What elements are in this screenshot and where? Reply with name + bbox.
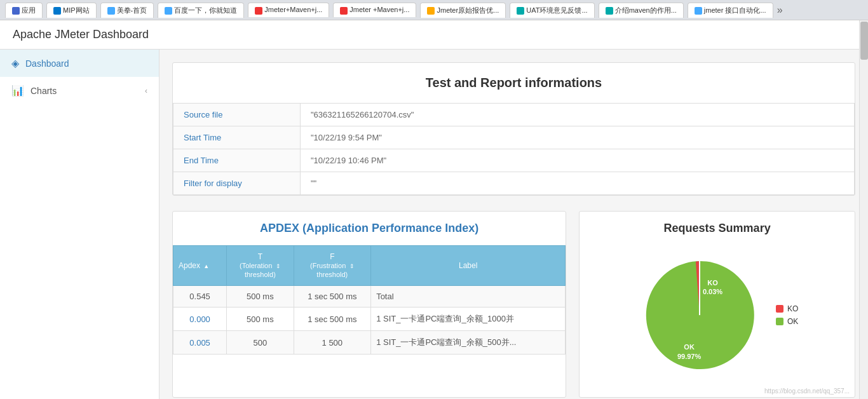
browser-more-tabs[interactable]: »: [777, 4, 783, 16]
apdex-col-apdex-label: Apdex: [179, 261, 202, 270]
apdex-row-1-f: 1 sec 500 ms: [294, 308, 371, 331]
main-layout: ◈ Dashboard 📊 Charts ‹ Test and Report i…: [0, 50, 868, 399]
apdex-row-total-apdex: 0.545: [173, 286, 227, 308]
browser-tab-baidu[interactable]: 百度一下，你就知道: [158, 3, 244, 18]
charts-chevron-icon: ‹: [145, 86, 147, 95]
ok-legend-dot: [776, 318, 783, 325]
browser-tab-jmeter3[interactable]: Jmeter原始报告优...: [420, 3, 506, 18]
report-info-table: Source file "636321165266120704.csv" Sta…: [173, 103, 855, 195]
ok-label: OK: [684, 343, 695, 351]
bottom-section: APDEX (Application Performance Index) Ap…: [172, 211, 855, 399]
ko-legend-dot: [776, 305, 783, 313]
app: Apache JMeter Dashboard ◈ Dashboard 📊 Ch…: [0, 20, 868, 399]
table-row: End Time "10/22/19 10:46 PM": [173, 149, 855, 172]
ko-pie-label: KO 0.03%: [703, 278, 722, 297]
content-area: Test and Report informations Source file…: [159, 50, 868, 399]
apdex-row-total-f: 1 sec 500 ms: [294, 286, 371, 308]
apdex-table: Apdex ▲ T(Toleration ⇕ threshold) F(Frus…: [173, 245, 566, 355]
apdex-row-total-t: 500 ms: [227, 286, 294, 308]
browser-bar: 应用 MIP网站 美拳-首页 百度一下，你就知道 Jmeter+Maven+j.…: [0, 0, 868, 20]
pie-chart: KO 0.03% OK 99.97%: [636, 252, 763, 379]
browser-tab-meiquan[interactable]: 美拳-首页: [100, 3, 154, 18]
ok-value: 99.97%: [677, 353, 701, 360]
apdex-sort-icon: ▲: [203, 263, 209, 269]
pie-legend: KO OK: [776, 304, 798, 326]
apdex-title: APDEX (Application Performance Index): [173, 212, 566, 245]
apdex-col-apdex[interactable]: Apdex ▲: [173, 246, 227, 286]
browser-tab-mip[interactable]: MIP网站: [46, 3, 97, 18]
ko-value: 0.03%: [703, 288, 722, 295]
watermark: https://blog.csdn.net/qq_357...: [580, 385, 855, 397]
browser-tab-jmeter-api[interactable]: jmeter 接口自动化...: [688, 3, 773, 18]
app-title: Apache JMeter Dashboard: [13, 28, 149, 41]
table-row: 0.545 500 ms 1 sec 500 ms Total: [173, 286, 566, 308]
ko-label: KO: [707, 279, 718, 287]
report-row-start-value: "10/22/19 9:54 PM": [301, 126, 855, 149]
browser-tab-app[interactable]: 应用: [5, 3, 43, 18]
t-sort-icon: ⇕: [276, 263, 281, 269]
apdex-row-1-t: 500 ms: [227, 308, 294, 331]
scroll-thumb[interactable]: [860, 22, 868, 60]
browser-tab-jmeter2[interactable]: Jmeter +Maven+j...: [333, 3, 416, 17]
sidebar-item-dashboard-label: Dashboard: [25, 58, 69, 69]
requests-summary-title: Requests Summary: [580, 212, 855, 245]
ok-legend-label: OK: [787, 317, 798, 326]
apdex-header-row: Apdex ▲ T(Toleration ⇕ threshold) F(Frus…: [173, 246, 566, 286]
apdex-col-t[interactable]: T(Toleration ⇕ threshold): [227, 246, 294, 286]
sidebar-item-charts[interactable]: 📊 Charts ‹: [0, 77, 159, 104]
report-title: Test and Report informations: [173, 63, 855, 103]
apdex-row-1-apdex: 0.000: [173, 308, 227, 331]
report-row-start-label: Start Time: [173, 126, 301, 149]
browser-tab-uat[interactable]: UAT环境意见反馈...: [510, 3, 594, 18]
sidebar-item-charts-label: Charts: [31, 86, 57, 96]
browser-tab-jmeter1[interactable]: Jmeter+Maven+j...: [248, 3, 329, 17]
apdex-card: APDEX (Application Performance Index) Ap…: [172, 211, 566, 398]
apdex-row-2-apdex: 0.005: [173, 331, 227, 355]
table-row: 0.000 500 ms 1 sec 500 ms 1 SIT_一卡通PC端查询…: [173, 308, 566, 331]
report-row-source-label: Source file: [173, 104, 301, 126]
apdex-col-label[interactable]: Label: [371, 246, 566, 286]
table-row: Start Time "10/22/19 9:54 PM": [173, 126, 855, 149]
table-row: Filter for display "": [173, 172, 855, 195]
sidebar: ◈ Dashboard 📊 Charts ‹: [0, 50, 159, 399]
report-row-source-value: "636321165266120704.csv": [301, 104, 855, 126]
f-sort-icon: ⇕: [349, 263, 355, 269]
report-row-filter-label: Filter for display: [173, 172, 301, 195]
report-info-card: Test and Report informations Source file…: [172, 62, 855, 196]
sidebar-item-dashboard[interactable]: ◈ Dashboard: [0, 50, 159, 77]
browser-tab-maven[interactable]: 介绍maven的作用...: [599, 3, 684, 18]
apdex-row-2-f: 1 500: [294, 331, 371, 355]
apdex-row-2-label: 1 SIT_一卡通PC端查询_余额_500并...: [371, 331, 566, 355]
app-topbar: Apache JMeter Dashboard: [0, 20, 868, 50]
apdex-row-total-label: Total: [371, 286, 566, 308]
report-row-end-value: "10/22/19 10:46 PM": [301, 149, 855, 172]
dashboard-icon: ◈: [11, 57, 19, 69]
scrollbar[interactable]: [859, 20, 868, 399]
apdex-col-f[interactable]: F(Frustration ⇕ threshold): [294, 246, 371, 286]
apdex-row-2-t: 500: [227, 331, 294, 355]
table-row: Source file "636321165266120704.csv": [173, 104, 855, 126]
requests-summary-body: KO 0.03% OK 99.97%: [580, 245, 855, 385]
legend-ko: KO: [776, 304, 798, 313]
ko-legend-label: KO: [787, 304, 798, 313]
legend-ok: OK: [776, 317, 798, 326]
apdex-row-1-label: 1 SIT_一卡通PC端查询_余额_1000并: [371, 308, 566, 331]
ok-pie-label: OK 99.97%: [677, 342, 701, 361]
charts-icon: 📊: [11, 85, 24, 97]
report-row-end-label: End Time: [173, 149, 301, 172]
report-row-filter-value: "": [301, 172, 855, 195]
requests-summary-card: Requests Summary: [579, 211, 855, 398]
table-row: 0.005 500 1 500 1 SIT_一卡通PC端查询_余额_500并..…: [173, 331, 566, 355]
